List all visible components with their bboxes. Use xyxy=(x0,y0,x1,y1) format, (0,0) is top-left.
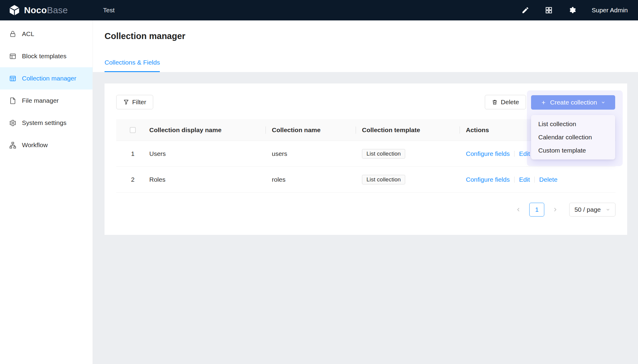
cell-collection-name: roles xyxy=(272,176,362,183)
brand-name: NocoBase xyxy=(24,5,68,15)
menu-item-calendar-collection[interactable]: Calendar collection xyxy=(531,131,615,144)
chevron-down-icon xyxy=(601,100,606,105)
configure-fields-link[interactable]: Configure fields xyxy=(466,176,510,183)
page-size-select[interactable]: 50 / page xyxy=(569,203,615,217)
menu-item-list-collection[interactable]: List collection xyxy=(531,117,615,131)
row-index: 1 xyxy=(116,150,149,157)
sidebar-item-system-settings[interactable]: System settings xyxy=(0,112,93,134)
delete-button[interactable]: Delete xyxy=(485,95,526,109)
action-divider xyxy=(514,151,515,157)
action-divider xyxy=(514,177,515,183)
sidebar-item-label: Block templates xyxy=(22,53,66,60)
topbar-menu: Test xyxy=(93,0,125,20)
filter-button[interactable]: Filter xyxy=(116,95,153,109)
table-row: 2 Roles roles List collection Configure … xyxy=(116,167,615,193)
create-collection-menu: List collection Calendar collection Cust… xyxy=(531,115,615,159)
template-tag: List collection xyxy=(362,149,405,159)
sidebar-item-collection-manager[interactable]: Collection manager xyxy=(0,67,93,89)
chevron-down-icon xyxy=(606,207,610,212)
sidebar-item-file-manager[interactable]: File manager xyxy=(0,89,93,112)
sidebar-item-label: ACL xyxy=(22,30,34,38)
gear-icon[interactable] xyxy=(568,6,576,14)
file-icon xyxy=(9,97,17,105)
edit-link[interactable]: Edit xyxy=(519,176,530,183)
sidebar-item-label: Collection manager xyxy=(22,75,76,82)
page-title: Collection manager xyxy=(105,20,638,41)
pagination-page-1[interactable]: 1 xyxy=(529,203,544,217)
topbar-menu-item-test[interactable]: Test xyxy=(93,0,125,20)
gear-icon xyxy=(9,119,17,127)
select-all-checkbox[interactable] xyxy=(130,127,136,133)
column-header: Collection template xyxy=(362,126,466,134)
configure-fields-link[interactable]: Configure fields xyxy=(466,150,510,157)
trash-icon xyxy=(492,99,498,105)
sidebar-item-label: Workflow xyxy=(22,141,48,149)
sidebar-item-label: File manager xyxy=(22,97,59,104)
sidebar-item-acl[interactable]: ACL xyxy=(0,23,93,45)
pagination-prev-button[interactable] xyxy=(512,203,525,217)
chevron-left-icon xyxy=(516,207,521,212)
main-area: Collection manager Collections & Fields … xyxy=(93,20,638,364)
cell-display-name: Roles xyxy=(149,176,272,183)
topbar: NocoBase Test Super Admin xyxy=(0,0,638,20)
funnel-icon xyxy=(123,99,129,105)
table-icon xyxy=(9,75,17,82)
sidebar-item-workflow[interactable]: Workflow xyxy=(0,134,93,156)
lock-icon xyxy=(9,30,17,38)
menu-item-custom-template[interactable]: Custom template xyxy=(531,144,615,157)
action-divider xyxy=(534,177,535,183)
nocobase-logo-icon xyxy=(8,4,20,16)
user-menu[interactable]: Super Admin xyxy=(592,7,628,14)
template-tag: List collection xyxy=(362,175,405,184)
cell-collection-name: users xyxy=(272,150,362,157)
pagination-next-button[interactable] xyxy=(548,203,562,217)
page-header: Collection manager Collections & Fields xyxy=(93,20,638,72)
create-collection-dropdown-overlay: Create collection List collection Calend… xyxy=(527,90,623,166)
highlight-icon[interactable] xyxy=(521,6,529,14)
cell-actions: Configure fields Edit Delete xyxy=(466,176,615,183)
sidebar-item-block-templates[interactable]: Block templates xyxy=(0,45,93,67)
column-header: Collection name xyxy=(272,126,362,134)
sidebar-item-label: System settings xyxy=(22,119,66,126)
create-collection-button[interactable]: Create collection xyxy=(531,95,615,110)
workflow-icon xyxy=(9,141,17,149)
appstore-icon[interactable] xyxy=(545,6,553,14)
layout-icon xyxy=(9,53,17,60)
pagination: 1 50 / page xyxy=(116,203,615,217)
plus-icon xyxy=(541,100,546,105)
tab-collections-fields[interactable]: Collections & Fields xyxy=(105,59,160,72)
column-header: Collection display name xyxy=(149,126,272,134)
topbar-right: Super Admin xyxy=(521,6,638,14)
cell-display-name: Users xyxy=(149,150,272,157)
chevron-right-icon xyxy=(552,207,558,212)
delete-link[interactable]: Delete xyxy=(539,176,557,183)
brand-logo[interactable]: NocoBase xyxy=(0,4,93,16)
row-index: 2 xyxy=(116,176,149,183)
sidebar: ACL Block templates Collection manager F… xyxy=(0,20,93,364)
